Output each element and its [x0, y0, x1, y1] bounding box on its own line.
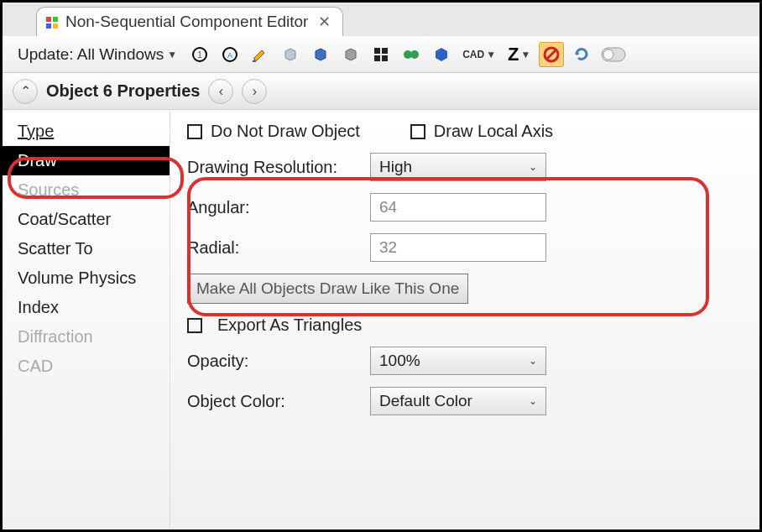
angular-input[interactable]: 64: [370, 193, 546, 222]
sidebar-item-cad: CAD: [3, 352, 170, 381]
svg-point-13: [410, 50, 419, 59]
reload-icon[interactable]: [569, 42, 594, 67]
no-entry-icon[interactable]: [539, 42, 564, 67]
sidebar-item-sources: Sources: [3, 175, 170, 205]
angular-label: Angular:: [187, 198, 355, 217]
hex-icon[interactable]: [429, 42, 454, 67]
radial-label: Radial:: [187, 238, 355, 258]
svg-rect-0: [46, 17, 51, 22]
app-icon: [45, 15, 59, 29]
cad-dropdown[interactable]: CAD▼: [459, 42, 499, 67]
close-icon[interactable]: ✕: [318, 13, 331, 31]
drawing-resolution-select[interactable]: High ⌄: [370, 153, 546, 181]
chevron-up-icon: ⌃: [20, 83, 31, 99]
sidebar-item-draw[interactable]: Draw: [3, 146, 170, 175]
chevron-down-icon: ⌄: [529, 395, 537, 407]
next-object-button[interactable]: ›: [242, 79, 267, 104]
svg-rect-11: [382, 55, 388, 61]
tab-strip: Non-Sequential Component Editor ✕: [3, 3, 759, 36]
draw-local-axis-checkbox[interactable]: [410, 124, 425, 139]
cube-blue-icon[interactable]: [308, 42, 333, 67]
draw-local-axis-label: Draw Local Axis: [434, 122, 553, 141]
tab-title: Non-Sequential Component Editor: [65, 13, 308, 31]
editor-tab[interactable]: Non-Sequential Component Editor ✕: [36, 7, 343, 36]
cube1-icon[interactable]: [278, 42, 303, 67]
sidebar-item-diffraction: Diffraction: [3, 322, 170, 352]
toolbar: Update: All Windows ▼ 1 A CAD▼ Z▼: [3, 36, 759, 73]
window-frame: Non-Sequential Component Editor ✕ Update…: [0, 0, 762, 532]
export-triangles-label: Export As Triangles: [217, 316, 362, 335]
edit-icon[interactable]: [248, 42, 273, 67]
sidebar-item-type[interactable]: Type: [3, 117, 170, 146]
cube-gray-icon[interactable]: [338, 42, 363, 67]
properties-title: Object 6 Properties: [46, 81, 200, 101]
refresh1-icon[interactable]: 1: [187, 42, 212, 67]
drawing-resolution-label: Drawing Resolution:: [187, 158, 355, 177]
sidebar-item-coat[interactable]: Coat/Scatter: [3, 205, 170, 234]
svg-rect-3: [53, 23, 58, 29]
object-color-value: Default Color: [379, 392, 472, 410]
sidebar: Type Draw Sources Coat/Scatter Scatter T…: [3, 110, 170, 529]
z-dropdown[interactable]: Z▼: [504, 42, 534, 67]
properties-header: ⌃ Object 6 Properties ‹ ›: [3, 73, 759, 110]
opacity-label: Opacity:: [187, 352, 355, 371]
svg-line-15: [546, 50, 556, 60]
svg-text:1: 1: [197, 50, 202, 60]
sidebar-item-scatter-to[interactable]: Scatter To: [3, 234, 170, 263]
svg-rect-8: [374, 48, 380, 54]
collapse-button[interactable]: ⌃: [13, 79, 38, 104]
chevron-down-icon: ⌄: [529, 355, 537, 367]
draw-panel: Do Not Draw Object Draw Local Axis Drawi…: [170, 110, 759, 529]
refresh-all-icon[interactable]: A: [217, 42, 243, 67]
prev-object-button[interactable]: ‹: [208, 79, 233, 104]
chevron-down-icon: ▼: [167, 49, 177, 60]
grid-icon[interactable]: [368, 42, 394, 67]
opacity-select[interactable]: 100% ⌄: [370, 347, 546, 375]
radial-input[interactable]: 32: [370, 233, 546, 262]
content-area: Type Draw Sources Coat/Scatter Scatter T…: [3, 110, 759, 529]
export-triangles-checkbox[interactable]: [187, 318, 202, 333]
circles-icon[interactable]: [399, 42, 424, 67]
chevron-down-icon: ⌄: [529, 161, 537, 173]
opacity-value: 100%: [379, 352, 420, 370]
update-label: Update: All Windows: [18, 45, 164, 64]
chevron-left-icon: ‹: [219, 84, 223, 99]
svg-text:A: A: [227, 51, 232, 60]
svg-point-17: [603, 50, 613, 60]
make-all-button[interactable]: Make All Objects Draw Like This One: [187, 274, 468, 304]
drawing-resolution-value: High: [379, 158, 412, 176]
svg-rect-9: [382, 48, 388, 54]
sidebar-item-index[interactable]: Index: [3, 293, 170, 322]
do-not-draw-label: Do Not Draw Object: [211, 122, 360, 141]
svg-rect-2: [46, 23, 51, 29]
do-not-draw-checkbox[interactable]: [187, 124, 202, 139]
svg-rect-1: [53, 17, 58, 22]
object-color-label: Object Color:: [187, 392, 355, 411]
sidebar-item-volume[interactable]: Volume Physics: [3, 263, 170, 293]
chevron-right-icon: ›: [253, 84, 257, 99]
toggle-icon[interactable]: [599, 42, 628, 67]
update-dropdown[interactable]: Update: All Windows ▼: [13, 42, 182, 67]
svg-rect-10: [374, 55, 380, 61]
object-color-select[interactable]: Default Color ⌄: [370, 387, 546, 415]
